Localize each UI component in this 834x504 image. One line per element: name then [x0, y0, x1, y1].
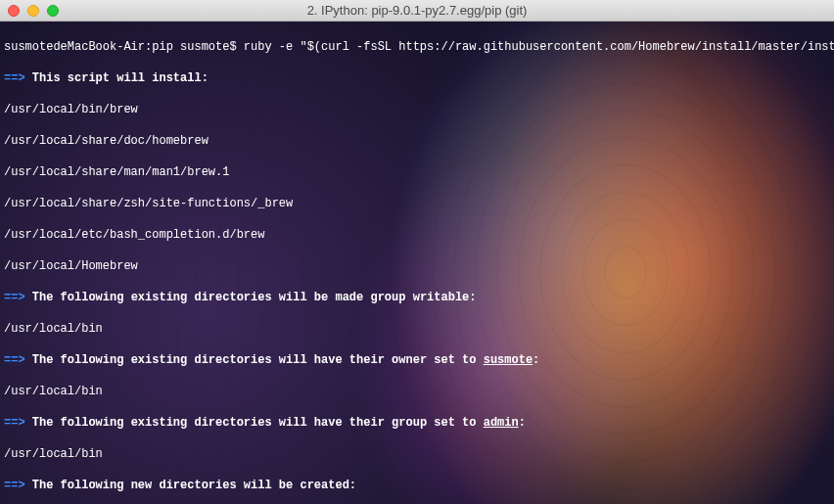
path-line: /usr/local/share/doc/homebrew [4, 133, 830, 149]
maximize-icon[interactable] [47, 5, 59, 17]
path-line: /usr/local/Homebrew [4, 258, 830, 274]
group-writable-header: The following existing directories will … [25, 291, 477, 304]
terminal-window: 2. IPython: pip-9.0.1-py2.7.egg/pip (git… [0, 0, 834, 504]
group-name: admin [484, 416, 519, 430]
path-line: /usr/local/etc/bash_completion.d/brew [4, 227, 830, 243]
section-header: ==> The following new directories will b… [4, 478, 830, 493]
created-header: The following new directories will be cr… [25, 479, 356, 492]
path-line: /usr/local/share/man/man1/brew.1 [4, 164, 830, 180]
owner-user: susmote [484, 353, 533, 367]
terminal-body[interactable]: susmotedeMacBook-Air:pip susmote$ ruby -… [0, 22, 834, 504]
close-icon[interactable] [8, 5, 20, 17]
arrow-icon: ==> [4, 416, 25, 430]
path-line: /usr/local/bin/brew [4, 102, 830, 117]
minimize-icon[interactable] [27, 5, 39, 17]
terminal-content: susmotedeMacBook-Air:pip susmote$ ruby -… [0, 22, 834, 504]
traffic-lights [0, 5, 59, 17]
owner-header: The following existing directories will … [25, 353, 484, 367]
titlebar[interactable]: 2. IPython: pip-9.0.1-py2.7.egg/pip (git… [0, 0, 834, 22]
arrow-icon: ==> [4, 479, 25, 492]
section-header: ==> The following existing directories w… [4, 352, 830, 368]
path-line: /usr/local/share/zsh/site-functions/_bre… [4, 196, 830, 211]
group-header: The following existing directories will … [25, 416, 484, 430]
window-title: 2. IPython: pip-9.0.1-py2.7.egg/pip (git… [307, 3, 528, 18]
shell-prompt: susmotedeMacBook-Air:pip susmote$ [4, 40, 244, 54]
arrow-icon: ==> [4, 291, 25, 304]
command-text: ruby -e "$(curl -fsSL https://raw.github… [244, 40, 834, 54]
path-line: /usr/local/bin [4, 384, 830, 399]
command-line: susmotedeMacBook-Air:pip susmote$ ruby -… [4, 39, 830, 55]
path-line: /usr/local/bin [4, 446, 830, 462]
section-header: ==> This script will install: [4, 70, 830, 86]
arrow-icon: ==> [4, 71, 25, 85]
install-header: This script will install: [25, 71, 208, 85]
section-header: ==> The following existing directories w… [4, 415, 830, 431]
path-line: /usr/local/bin [4, 321, 830, 337]
arrow-icon: ==> [4, 353, 25, 367]
section-header: ==> The following existing directories w… [4, 290, 830, 305]
